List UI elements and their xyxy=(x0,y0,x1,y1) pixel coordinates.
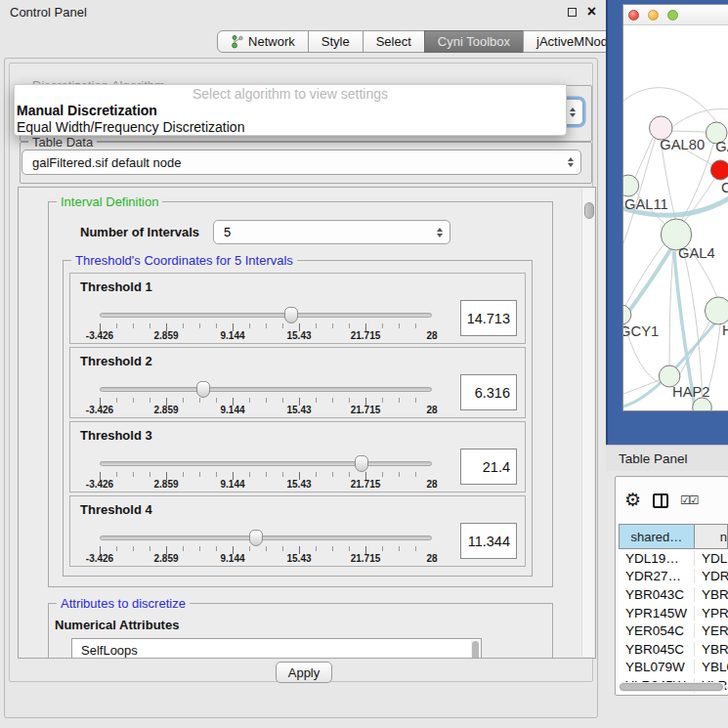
list-item[interactable]: SelfLoops xyxy=(72,641,481,659)
table-cell[interactable]: YBL079W xyxy=(619,660,695,674)
node-label: C xyxy=(721,180,728,195)
table-cell[interactable]: YDR2 xyxy=(695,569,728,583)
gear-icon[interactable]: ⚙ xyxy=(624,492,641,509)
table-row[interactable]: YBR045C YBR0 xyxy=(619,640,728,659)
updown-stepper-icon xyxy=(570,107,576,117)
table-row[interactable]: YER054C YER0 xyxy=(619,621,728,640)
group-title: Attributes to discretize xyxy=(57,596,190,611)
mac-zoom-button[interactable] xyxy=(667,10,678,21)
column-header-name[interactable]: n xyxy=(694,524,728,549)
slider-tick-labels: -3.426 2.859 9.144 15.43 21.715 28 xyxy=(100,479,432,491)
apply-button[interactable]: Apply xyxy=(276,662,332,683)
slider-thumb[interactable] xyxy=(284,307,298,323)
updown-stepper-icon xyxy=(437,228,443,237)
network-canvas[interactable]: GAL80 GA GAL11 C GAL4 GCY1 H HAP2 xyxy=(623,25,728,410)
node-label: GAL4 xyxy=(678,245,715,261)
checkbox-icons[interactable]: ☑☑ xyxy=(680,493,698,507)
tab-cyni-toolbox[interactable]: Cyni Toolbox xyxy=(424,30,524,53)
threshold-panel: Threshold 3 -3.426 2.859 9.144 15.43 21.… xyxy=(69,421,526,492)
table-cell[interactable]: YBL0 xyxy=(695,660,728,674)
dropdown-option-equal-width-frequency[interactable]: Equal Width/Frequency Discretization xyxy=(17,119,564,136)
threshold-label: Threshold 3 xyxy=(80,428,152,443)
numerical-attributes-label: Numerical Attributes xyxy=(55,618,552,632)
node-red-selected[interactable] xyxy=(710,160,728,180)
table-row[interactable]: YPR145W YPR1 xyxy=(619,604,728,622)
table-cell[interactable]: YBR043C xyxy=(619,587,695,602)
tick-label: -3.426 xyxy=(86,330,113,341)
threshold-slider[interactable] xyxy=(100,461,432,466)
vertical-scrollbar[interactable] xyxy=(581,189,594,657)
table-panel-titlebar: Table Panel xyxy=(606,445,728,471)
tick-label: 28 xyxy=(426,479,437,490)
node-label: H xyxy=(722,322,728,338)
number-of-intervals-combobox[interactable]: 5 xyxy=(213,220,450,244)
slider-thumb[interactable] xyxy=(196,381,210,398)
threshold-value-field[interactable]: 6.316 xyxy=(460,374,517,410)
table-row[interactable]: YDL19… YDL1 xyxy=(619,549,728,568)
table-cell[interactable]: YPR145W xyxy=(619,606,695,621)
scrollbar-thumb[interactable] xyxy=(472,641,479,659)
tick-label: 21.715 xyxy=(351,405,381,415)
table-cell[interactable]: YDR27… xyxy=(619,569,695,583)
threshold-label: Threshold 1 xyxy=(80,279,152,294)
list-scrollbar[interactable] xyxy=(471,640,480,659)
table-row[interactable]: YBR043C YBR0 xyxy=(619,585,728,604)
node-gal11[interactable] xyxy=(623,175,639,196)
tick-label: 15.43 xyxy=(286,553,311,564)
threshold-slider[interactable] xyxy=(100,387,432,392)
network-desktop: GAL80 GA GAL11 C GAL4 GCY1 H HAP2 xyxy=(606,0,728,445)
table-cell[interactable]: YPR1 xyxy=(695,606,728,621)
tick-label: 2.859 xyxy=(153,553,178,564)
screen: Control Panel × Network Style Select Cyn… xyxy=(0,0,728,728)
tab-network[interactable]: Network xyxy=(217,30,309,53)
threshold-slider[interactable] xyxy=(100,535,432,540)
table-header: shared… n xyxy=(619,524,728,549)
table-cell[interactable]: YDL19… xyxy=(619,551,695,566)
threshold-slider[interactable] xyxy=(100,313,432,318)
tick-label: -3.426 xyxy=(86,553,113,564)
threshold-list: Threshold 1 -3.426 2.859 9.144 15.43 21.… xyxy=(69,273,526,567)
column-header-shared-name[interactable]: shared… xyxy=(619,524,695,549)
table-row[interactable]: YDR27… YDR2 xyxy=(619,568,728,586)
tab-select[interactable]: Select xyxy=(363,30,425,53)
threshold-value-field[interactable]: 21.4 xyxy=(460,449,517,485)
column-view-icon[interactable] xyxy=(653,493,668,508)
threshold-label: Threshold 4 xyxy=(80,502,152,517)
scrollbar-thumb[interactable] xyxy=(620,683,723,691)
panel-title: Control Panel xyxy=(10,5,87,20)
settings-scroll-area: Interval Definition Number of Intervals … xyxy=(18,187,596,659)
numerical-attributes-list: SelfLoopsTopologicalCoefficientBetweenne… xyxy=(71,638,482,659)
tab-label: Cyni Toolbox xyxy=(438,34,510,49)
table-cell[interactable]: YBR045C xyxy=(619,642,695,657)
slider-thumb[interactable] xyxy=(355,455,368,472)
slider-tick-labels: -3.426 2.859 9.144 15.43 21.715 28 xyxy=(100,330,432,342)
threshold-value-field[interactable]: 14.713 xyxy=(460,300,517,336)
discretize-data-panel: Discretization Algorithm Table Data galF… xyxy=(9,63,593,682)
tick-label: 2.859 xyxy=(153,330,178,341)
control-panel-titlebar: Control Panel × xyxy=(0,0,606,23)
number-of-intervals-row: Number of Intervals 5 xyxy=(80,220,544,244)
table-cell[interactable]: YBR0 xyxy=(695,642,728,657)
combobox-value: 5 xyxy=(224,225,231,239)
thresholds-group: Threshold's Coordinates for 5 Intervals … xyxy=(63,260,533,577)
table-data-combobox[interactable]: galFiltered.sif default node xyxy=(21,150,581,175)
mac-close-button[interactable] xyxy=(628,10,639,21)
node-label: GAL11 xyxy=(624,196,668,212)
table-row[interactable]: YBL079W YBL0 xyxy=(619,659,728,677)
scrollbar-thumb[interactable] xyxy=(584,202,594,219)
node-right[interactable] xyxy=(705,297,728,324)
table-cell[interactable]: YER0 xyxy=(695,623,728,638)
dropdown-option-manual-discretization[interactable]: Manual Discretization xyxy=(17,103,564,119)
float-window-icon[interactable] xyxy=(568,8,577,17)
tab-style[interactable]: Style xyxy=(308,30,364,53)
table-cell[interactable]: YBR0 xyxy=(695,587,728,602)
table-cell[interactable]: YER054C xyxy=(619,623,695,638)
slider-thumb[interactable] xyxy=(249,530,263,546)
table-cell[interactable]: YDL1 xyxy=(695,551,728,566)
mac-minimize-button[interactable] xyxy=(648,10,659,21)
threshold-panel: Threshold 4 -3.426 2.859 9.144 15.43 21.… xyxy=(69,495,526,567)
close-icon[interactable]: × xyxy=(587,7,596,17)
threshold-value-field[interactable]: 11.344 xyxy=(460,523,517,559)
horizontal-scrollbar[interactable] xyxy=(619,682,725,692)
tick-label: 28 xyxy=(426,553,437,564)
